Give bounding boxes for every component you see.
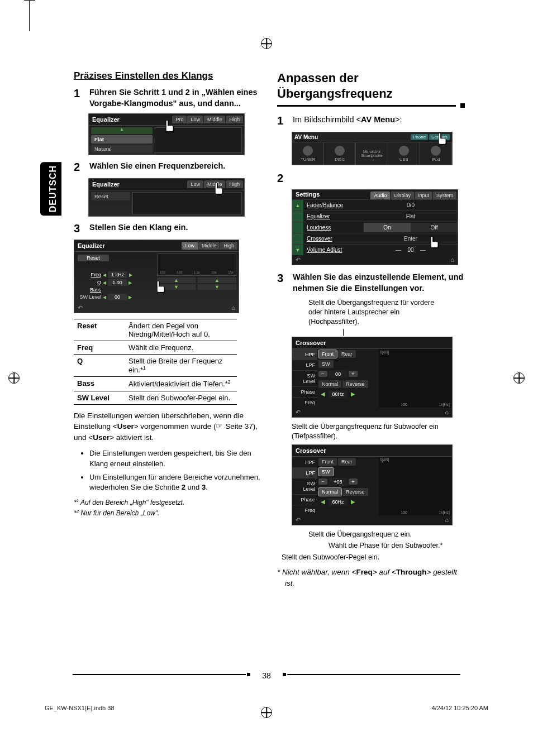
chip-normal: Normal	[318, 488, 341, 496]
row-freq: Freq	[292, 505, 317, 515]
right-column: Anpassen der Übergangsfrequenz 1 Im Bild…	[277, 70, 465, 594]
chip-reverse: Reverse	[342, 488, 368, 496]
lbl-freq: Freq	[78, 272, 101, 277]
tab-middle: Middle	[204, 116, 226, 123]
print-registration-left	[8, 372, 20, 384]
right-arrow-icon: ▶	[349, 391, 358, 397]
settings-screenshot: Settings Audio Display Input System ▲Fad…	[292, 189, 458, 265]
tab-high: High	[220, 242, 237, 250]
crossover-graph: 0[dB] 100 1k[Hz]	[379, 457, 452, 515]
chip-sw: SW	[318, 468, 334, 476]
bullet-list: Die Einstellungen werden gespeichert, bi…	[74, 448, 261, 492]
row-phase: Phase	[292, 494, 317, 505]
page-rule	[73, 674, 246, 675]
tab-high: High	[226, 116, 243, 123]
ss3-title: Equalizer	[75, 242, 105, 249]
callout-freq: Stellt die Übergangsfrequenz ein.	[308, 530, 465, 539]
row-lpf: LPF	[292, 360, 317, 370]
ss2-title: Equalizer	[90, 181, 120, 188]
val-swlevel: 00	[108, 294, 127, 300]
scroll-down-icon: ▼	[292, 245, 303, 255]
back-icon: ↶	[296, 256, 301, 264]
r-step-1: 1 Im Bildschirmbild <AV Menu>:	[277, 114, 465, 127]
parameter-table: ResetÄndert den Pegel von Niedrig/Mittel…	[74, 319, 237, 405]
reset-button: Reset	[78, 255, 109, 261]
print-registration-right	[513, 372, 525, 384]
callout-hpf: Stellt die Übergangsfrequenz für vordere…	[308, 298, 442, 327]
right-arrow-icon: ▶	[129, 272, 132, 277]
row-hpf: HPF	[292, 457, 317, 467]
print-registration-bottom	[261, 707, 272, 718]
eq-graph	[155, 127, 242, 153]
tab-system: System	[433, 192, 456, 199]
equalizer-screenshot-2: Equalizer Low Middle High Reset	[88, 178, 245, 217]
equalizer-screenshot-3: Equalizer Low Middle High Reset Freq◀1 k…	[74, 240, 239, 313]
plus-icon: +	[349, 479, 358, 485]
usb-cell: USB	[388, 142, 420, 165]
tab-input: Input	[415, 192, 432, 199]
down-arrow-icon: ▼	[198, 284, 236, 290]
r-step-3: 3 Wählen Sie das einzustellende Element,…	[277, 272, 465, 294]
reset-item: Reset	[91, 192, 130, 200]
scroll-up-icon: ▲	[292, 200, 303, 210]
row-phase: Phase	[292, 386, 317, 397]
crossover-graph: 0[dB] 100 1k[Hz]	[379, 349, 452, 408]
minus-icon: −	[318, 479, 327, 485]
disc-cell: DISC	[324, 142, 356, 165]
avmenu-title: AV Menu	[294, 134, 318, 140]
tab-pro: Pro	[172, 116, 187, 123]
crossover-screenshot-1: Crossover HPF LPF SW Level Phase Freq Fr…	[292, 337, 453, 418]
home-icon: ⌂	[445, 516, 449, 524]
swlevel-val: 00	[329, 370, 348, 378]
row-freq: Freq	[292, 397, 317, 408]
tab-middle: Middle	[204, 180, 226, 188]
left-arrow-icon: ◀	[318, 391, 327, 397]
step-3: 3 Stellen Sie den Klang ein.	[74, 222, 261, 235]
crop-mark-top	[29, 0, 30, 31]
chip-rear: Rear	[338, 458, 356, 466]
val-freq: 1 kHz	[108, 271, 127, 278]
ipod-cell: iPod	[420, 142, 452, 165]
right-arrow-icon: ▶	[349, 499, 358, 505]
eq-graph	[132, 192, 242, 214]
freq-val: 60Hz	[329, 498, 348, 506]
row-swlevel: SW Level	[292, 478, 317, 494]
preset-flat: Flat	[91, 135, 153, 143]
row-lpf: LPF	[292, 467, 317, 478]
callout-swlevel: Stellt den Subwoofer-Pegel ein.	[282, 553, 438, 562]
right-arrow-icon: ▶	[129, 280, 132, 285]
preset-natural: Natural	[91, 145, 153, 153]
tab-low: Low	[187, 116, 203, 123]
callout-phase: Wählt die Phase für den Subwoofer.*	[329, 541, 485, 551]
tab-high: High	[226, 180, 243, 188]
tab-low: Low	[182, 242, 198, 250]
up-arrow-icon: ▲	[157, 277, 196, 283]
up-arrow-icon: ▲	[198, 277, 236, 283]
left-arrow-icon: ◀	[103, 280, 106, 285]
scroll-up-icon	[91, 127, 153, 134]
home-icon: ⌂	[445, 409, 449, 416]
settings-button: Settings	[429, 134, 450, 140]
chip-reverse: Reverse	[342, 380, 368, 388]
back-icon: ↶	[78, 304, 83, 312]
chip-front: Front	[318, 350, 337, 358]
footer-file: GE_KW-NSX1[E].indb 38	[45, 705, 115, 711]
row-hpf: HPF	[292, 349, 317, 360]
left-heading: Präzises Einstellen des Klangs	[74, 70, 261, 82]
footnote-2: *2 Nur für den Bereich „Low".	[74, 509, 261, 518]
xover-title: Crossover	[292, 337, 452, 349]
back-icon: ↶	[296, 409, 301, 416]
eq-graph-detail: 100 500 1.5k 10k 15k	[157, 253, 236, 276]
swlevel-val: +05	[329, 478, 348, 486]
page-rule	[287, 674, 460, 675]
left-arrow-icon: ◀	[103, 295, 106, 300]
section-rule	[277, 103, 465, 108]
right-arrow-icon: ▶	[129, 295, 132, 300]
chip-rear: Rear	[338, 350, 356, 358]
override-note: Die Einstellungen werden überschrieben, …	[74, 410, 261, 443]
tab-middle: Middle	[198, 242, 220, 250]
crossover-screenshot-2: Crossover HPF LPF SW Level Phase Freq Fr…	[292, 444, 453, 525]
chip-sw: SW	[318, 360, 334, 368]
step-1: 1 Führen Sie Schritt 1 und 2 in „Wählen …	[74, 87, 261, 109]
mirrorlink-cell: MirrorLink Smartphone	[356, 142, 388, 165]
